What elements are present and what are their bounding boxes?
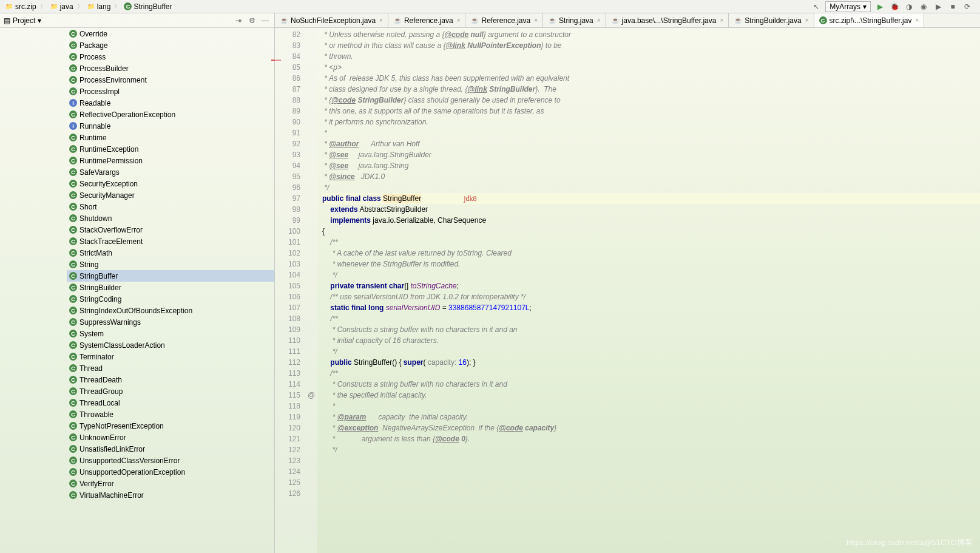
- collapse-icon[interactable]: ⇥: [233, 15, 244, 26]
- tree-item[interactable]: CStackTraceElement: [67, 236, 274, 247]
- tree-item[interactable]: CReflectiveOperationException: [67, 109, 274, 120]
- breadcrumb-item[interactable]: 📁java: [47, 2, 76, 12]
- stop-icon[interactable]: ■: [947, 1, 958, 12]
- folder-icon: 📁: [50, 2, 58, 11]
- tree-item[interactable]: CTypeNotPresentException: [67, 420, 274, 432]
- tree-item-label: Short: [79, 203, 97, 211]
- tree-item-label: Throwable: [79, 410, 113, 419]
- toolbar-right: ↖ MyArrays ▾ ▶ 🐞 ◑ ◉ ▶ ■ ⟳: [811, 1, 978, 12]
- tree-item[interactable]: CVirtualMachineError: [67, 489, 274, 501]
- tree-item[interactable]: CStringBuilder: [67, 282, 274, 293]
- close-icon[interactable]: ×: [379, 17, 383, 24]
- coverage-icon[interactable]: ◑: [904, 1, 914, 12]
- chevron-down-icon: ▾: [38, 16, 41, 25]
- editor-tab[interactable]: ☕StringBuilder.java×: [729, 13, 814, 27]
- nav-back-icon[interactable]: ↖: [811, 1, 822, 12]
- tree-item[interactable]: CUnsupportedOperationException: [67, 466, 274, 478]
- profile-icon[interactable]: ◉: [918, 1, 929, 12]
- tree-item[interactable]: CThrowable: [67, 409, 274, 420]
- editor-tab[interactable]: ☕Reference.java×: [388, 13, 466, 27]
- project-sidebar: ▤ Project ▾ ⇥ ⚙ — COverrideCPackageCProc…: [0, 13, 275, 553]
- attach-icon[interactable]: ▶: [933, 1, 944, 12]
- tree-item[interactable]: CUnsatisfiedLinkError: [67, 443, 274, 455]
- class-icon: C: [69, 134, 77, 141]
- tree-item[interactable]: CStrictMath: [67, 247, 274, 259]
- class-icon: C: [69, 214, 77, 222]
- tree-item[interactable]: CSystem: [67, 328, 274, 339]
- run-config-selector[interactable]: MyArrays ▾: [825, 1, 871, 12]
- close-icon[interactable]: ×: [597, 17, 601, 24]
- class-icon: C: [69, 376, 77, 384]
- tree-item[interactable]: CStackOverflowError: [67, 224, 274, 236]
- tree-item[interactable]: CProcessBuilder: [67, 63, 274, 74]
- tree-item-label: RuntimeException: [79, 145, 138, 154]
- tree-item[interactable]: CStringIndexOutOfBoundsException: [67, 305, 274, 316]
- hide-icon[interactable]: —: [260, 15, 271, 26]
- tree-item[interactable]: CUnsupportedClassVersionError: [67, 455, 274, 466]
- tree-item[interactable]: CUnknownError: [67, 432, 274, 443]
- tree-item[interactable]: CPackage: [67, 39, 274, 51]
- run-icon[interactable]: ▶: [874, 1, 885, 12]
- gutter-marks: @: [305, 28, 317, 553]
- tree-item-label: SecurityException: [79, 180, 138, 188]
- class-icon: C: [69, 226, 77, 234]
- tree-item[interactable]: CSecurityException: [67, 178, 274, 189]
- class-icon: C: [69, 157, 77, 165]
- breadcrumb-item[interactable]: 📁src.zip: [2, 2, 39, 12]
- tree-item[interactable]: CTerminator: [67, 351, 274, 362]
- close-icon[interactable]: ×: [534, 17, 538, 24]
- class-icon: C: [69, 110, 77, 118]
- tree-item[interactable]: CShort: [67, 201, 274, 212]
- tree-item[interactable]: CThread: [67, 362, 274, 374]
- editor-tab[interactable]: Csrc.zip!\...\StringBuffer.jav×: [814, 13, 925, 27]
- tree-item[interactable]: CRuntimePermission: [67, 155, 274, 166]
- code-content[interactable]: * Unless otherwise noted, passing a {@co…: [317, 28, 980, 553]
- tree-item[interactable]: CStringBuffer: [67, 270, 274, 282]
- gear-icon[interactable]: ⚙: [246, 15, 257, 26]
- tree-item-label: Package: [79, 41, 108, 50]
- tree-item[interactable]: CStringCoding: [67, 293, 274, 305]
- breadcrumb-item[interactable]: CStringBuffer: [121, 2, 174, 12]
- editor-tab[interactable]: ☕String.java×: [543, 13, 606, 27]
- tree-item[interactable]: CRuntimeException: [67, 143, 274, 155]
- code-editor[interactable]: 8283848586878889909192939495969798991001…: [275, 28, 980, 553]
- close-icon[interactable]: ×: [720, 17, 723, 24]
- project-tree[interactable]: COverrideCPackageCProcessCProcessBuilder…: [0, 28, 274, 553]
- close-icon[interactable]: ×: [457, 17, 461, 24]
- class-icon: C: [69, 64, 77, 72]
- tree-item[interactable]: COverride: [67, 28, 274, 39]
- tree-item[interactable]: CProcessEnvironment: [67, 74, 274, 86]
- folder-icon: 📁: [5, 2, 13, 11]
- editor-tab[interactable]: ☕Reference.java×: [465, 13, 543, 27]
- class-icon: C: [69, 330, 77, 338]
- tree-item[interactable]: CShutdown: [67, 212, 274, 224]
- tree-item[interactable]: IRunnable: [67, 120, 274, 132]
- tree-item[interactable]: CSafeVarargs: [67, 166, 274, 178]
- debug-icon[interactable]: 🐞: [889, 1, 900, 12]
- close-icon[interactable]: ×: [915, 17, 919, 24]
- tree-item[interactable]: CThreadGroup: [67, 385, 274, 397]
- class-icon: C: [69, 283, 77, 291]
- tree-item[interactable]: CVerifyError: [67, 478, 274, 489]
- close-icon[interactable]: ×: [805, 17, 809, 24]
- tree-item[interactable]: IReadable: [67, 97, 274, 109]
- tree-item[interactable]: CThreadDeath: [67, 374, 274, 385]
- class-icon: C: [69, 364, 77, 372]
- breadcrumb-label: StringBuffer: [133, 2, 172, 11]
- tree-item[interactable]: CRuntime: [67, 132, 274, 143]
- tree-item[interactable]: CString: [67, 259, 274, 270]
- editor-tab[interactable]: ☕NoSuchFileException.java×: [275, 13, 388, 27]
- update-icon[interactable]: ⟳: [962, 1, 973, 12]
- editor-tab[interactable]: ☕java.base\...\StringBuffer.java×: [606, 13, 729, 27]
- sidebar-title[interactable]: ▤ Project ▾: [4, 16, 233, 25]
- class-icon: C: [69, 87, 77, 95]
- sidebar-header: ▤ Project ▾ ⇥ ⚙ —: [0, 13, 274, 28]
- tree-item[interactable]: CSuppressWarnings: [67, 316, 274, 328]
- tree-item[interactable]: CSystemClassLoaderAction: [67, 339, 274, 351]
- tree-item[interactable]: CThreadLocal: [67, 397, 274, 409]
- tree-item[interactable]: CProcess: [67, 51, 274, 63]
- tree-item[interactable]: CProcessImpl: [67, 86, 274, 97]
- class-icon: C: [69, 307, 77, 314]
- breadcrumb-item[interactable]: 📁lang: [84, 2, 113, 12]
- tree-item[interactable]: CSecurityManager: [67, 189, 274, 201]
